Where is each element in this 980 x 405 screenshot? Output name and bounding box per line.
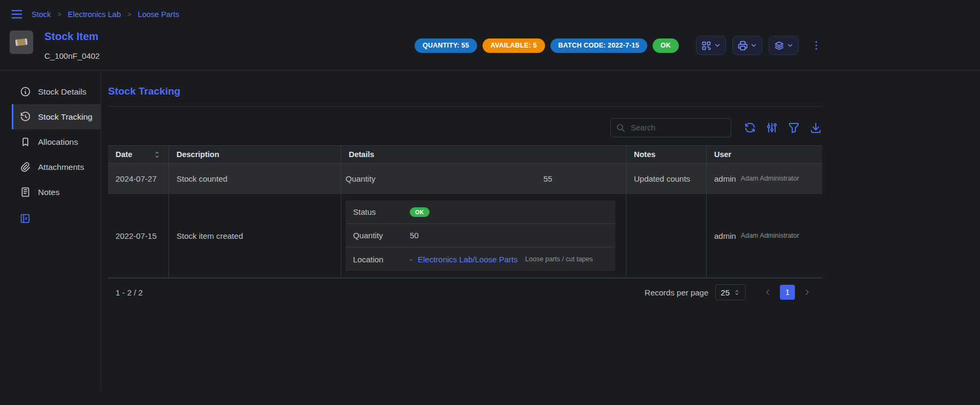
batch-code-badge: BATCH CODE: 2022-7-15: [550, 38, 647, 53]
table-toolbar: [108, 118, 822, 137]
location-description: Loose parts / cut tapes: [525, 255, 593, 263]
chevron-down-icon: [786, 42, 794, 49]
notes-cell: [626, 194, 706, 277]
quantity-badge: QUANTITY: 55: [415, 38, 477, 53]
sidebar-item-notes[interactable]: Notes: [12, 180, 101, 205]
stock-actions-button[interactable]: [769, 36, 799, 55]
download-icon[interactable]: [809, 121, 822, 134]
page-title: Stock Item: [44, 30, 99, 43]
ok-status-badge: OK: [410, 207, 430, 217]
collapse-sidebar-icon: [19, 213, 31, 224]
notes-icon: [20, 186, 31, 198]
notes-cell: Updated counts: [626, 163, 706, 193]
column-header-user[interactable]: User: [706, 146, 822, 163]
sidebar-item-attachments[interactable]: Attachments: [12, 154, 101, 180]
search-box: [610, 118, 731, 137]
more-options-icon[interactable]: [810, 40, 822, 51]
barcode-actions-button[interactable]: [696, 36, 726, 55]
table-footer: 1 - 2 / 2 Records per page 25: [108, 278, 822, 306]
location-link[interactable]: Electronics Lab/Loose Parts: [418, 255, 518, 264]
date-cell: 2022-07-15: [108, 194, 169, 277]
chevron-right-icon: [803, 288, 811, 297]
filter-icon[interactable]: [787, 121, 800, 134]
stock-item-header: Stock Item C_100nF_0402 QUANTITY: 55 AVA…: [0, 26, 980, 70]
username: admin: [714, 231, 736, 240]
records-per-page-label: Records per page: [645, 288, 708, 297]
column-header-details[interactable]: Details: [341, 146, 626, 163]
sort-icon: [153, 151, 161, 159]
print-actions-icon: [737, 40, 748, 51]
sidebar: Stock Details Stock Tracking Allocations…: [0, 71, 101, 390]
breadcrumb-electronics-lab[interactable]: Electronics Lab: [68, 10, 121, 19]
refresh-icon[interactable]: [744, 121, 756, 134]
breadcrumb-bar: Stock > Electronics Lab > Loose Parts: [0, 0, 980, 26]
date-cell: 2024-07-27: [108, 163, 169, 193]
sidebar-item-allocations[interactable]: Allocations: [12, 129, 101, 154]
chevron-left-icon: [763, 288, 772, 297]
column-header-notes[interactable]: Notes: [626, 146, 706, 163]
sidebar-item-label: Stock Tracking: [38, 112, 93, 122]
chevron-down-icon: [750, 42, 757, 49]
table-row[interactable]: 2022-07-15 Stock item created Status OK: [108, 194, 822, 278]
breadcrumb: Stock > Electronics Lab > Loose Parts: [32, 10, 179, 19]
status-badge: OK: [653, 38, 679, 53]
column-header-label: Date: [116, 150, 132, 159]
chevron-down-icon: [714, 42, 721, 49]
breadcrumb-stock[interactable]: Stock: [32, 10, 51, 19]
search-icon: [616, 123, 625, 133]
detail-label: Quantity: [353, 231, 410, 240]
user-fullname: Adam Administrator: [741, 232, 799, 239]
sidebar-item-label: Notes: [38, 188, 60, 197]
pagination: 1: [760, 285, 815, 300]
print-actions-button[interactable]: [732, 36, 762, 55]
details-cell: Status OK Quantity 50 Location: [341, 194, 626, 277]
section-divider: [108, 106, 822, 107]
records-per-page-value: 25: [721, 288, 730, 297]
detail-row-status: Status OK: [346, 200, 615, 224]
sidebar-item-label: Allocations: [38, 137, 78, 147]
barcode-actions-icon: [701, 40, 712, 51]
detail-value: 55: [480, 174, 615, 183]
available-badge: AVAILABLE: 5: [483, 38, 545, 53]
bookmark-icon: [20, 136, 31, 147]
sidebar-item-stock-details[interactable]: Stock Details: [12, 79, 101, 104]
table-header-row: Date Description Details Notes User: [108, 146, 822, 163]
description-cell: Stock item created: [169, 194, 341, 277]
user-fullname: Adam Administrator: [741, 175, 799, 182]
user-cell: admin Adam Administrator: [706, 194, 822, 277]
location-prefix: -: [410, 255, 412, 264]
table-row[interactable]: 2024-07-27 Stock counted Quantity 55 Upd…: [108, 163, 822, 194]
collapse-sidebar-button[interactable]: [19, 213, 31, 224]
stock-actions-icon: [774, 40, 785, 51]
previous-page-button[interactable]: [760, 285, 775, 300]
part-name: C_100nF_0402: [44, 51, 99, 60]
paperclip-icon: [20, 161, 31, 173]
adjustments-icon[interactable]: [765, 121, 778, 134]
breadcrumb-separator: >: [57, 10, 62, 18]
component-image: [15, 38, 27, 46]
detail-label: Status: [353, 207, 410, 216]
sidebar-item-label: Stock Details: [38, 87, 86, 97]
breadcrumb-loose-parts[interactable]: Loose Parts: [138, 10, 179, 19]
sidebar-item-label: Attachments: [38, 162, 84, 172]
detail-label: Location: [353, 255, 410, 264]
menu-icon[interactable]: [10, 7, 24, 21]
detail-value: 50: [410, 231, 419, 240]
stock-item-thumbnail[interactable]: [10, 30, 33, 54]
detail-row-location: Location - Electronics Lab/Loose Parts L…: [346, 247, 615, 271]
main-panel: Stock Tracking: [101, 71, 980, 390]
search-input[interactable]: [630, 123, 725, 133]
sidebar-item-stock-tracking[interactable]: Stock Tracking: [12, 104, 101, 129]
info-icon: [20, 86, 31, 97]
history-icon: [20, 111, 31, 122]
record-range: 1 - 2 / 2: [116, 288, 143, 297]
next-page-button[interactable]: [800, 285, 815, 300]
column-header-description[interactable]: Description: [169, 146, 341, 163]
page-1-button[interactable]: 1: [780, 285, 795, 300]
column-header-date[interactable]: Date: [108, 146, 169, 163]
stock-tracking-table: Date Description Details Notes User 2024…: [108, 145, 822, 306]
section-title: Stock Tracking: [108, 85, 822, 97]
detail-label: Quantity: [346, 174, 480, 183]
breadcrumb-separator: >: [127, 10, 132, 18]
records-per-page-select[interactable]: 25: [715, 284, 746, 300]
